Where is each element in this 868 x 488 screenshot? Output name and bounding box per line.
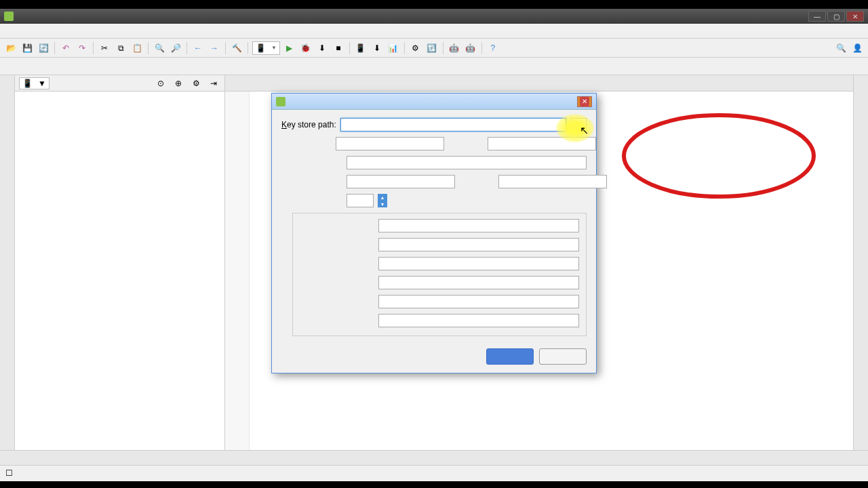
bottom-tool-tabs — [0, 450, 868, 465]
maximize-button[interactable]: ▢ — [827, 11, 845, 22]
android-icon[interactable]: 🤖 — [448, 41, 461, 55]
dialog-titlebar[interactable]: ✕ — [272, 94, 596, 110]
expand-icon[interactable]: ⊕ — [172, 77, 185, 90]
build-icon[interactable]: 🔨 — [230, 41, 243, 55]
dialog-close-button[interactable]: ✕ — [577, 96, 592, 107]
city-input[interactable] — [378, 276, 579, 289]
minimize-button[interactable]: — — [808, 11, 826, 22]
attach-icon[interactable]: ⬇ — [315, 41, 329, 55]
alias-input[interactable] — [347, 156, 587, 169]
spin-down-button[interactable]: ▼ — [378, 201, 387, 207]
main-toolbar: 📂 💾 🔄 ↶ ↷ ✂ ⧉ 📋 🔍 🔎 ← → 🔨 📱 ▼ ▶ 🐞 ⬇ ■ 📱 … — [0, 39, 868, 58]
password-input[interactable] — [336, 137, 444, 150]
window-titlebar: — ▢ ✕ — [0, 9, 868, 24]
back-icon[interactable]: ← — [191, 41, 205, 55]
stop-icon[interactable]: ■ — [332, 41, 345, 55]
ou-input[interactable] — [378, 238, 579, 251]
module-icon: 📱 — [256, 43, 266, 53]
keystore-path-label: Key store path: — [281, 120, 336, 129]
replace-icon[interactable]: 🔎 — [169, 41, 182, 55]
project-view-combo[interactable]: 📱▼ — [19, 77, 50, 89]
menu-bar — [0, 24, 868, 39]
dialog-icon — [276, 97, 285, 106]
help-icon[interactable]: ? — [486, 41, 500, 55]
editor-gutter — [225, 92, 250, 450]
cut-icon[interactable]: ✂ — [98, 41, 111, 55]
new-key-store-dialog: ✕ Key store path: … ▲ ▼ — [271, 93, 597, 373]
browse-button[interactable]: … — [570, 118, 587, 131]
run-config-combo[interactable]: 📱 ▼ — [252, 41, 280, 55]
hide-icon[interactable]: ⇥ — [207, 77, 220, 90]
forward-icon[interactable]: → — [208, 41, 221, 55]
app-icon — [4, 12, 14, 21]
open-icon[interactable]: 📂 — [4, 41, 18, 55]
project-panel: 📱▼ ⊙ ⊕ ⚙ ⇥ — [15, 75, 225, 450]
find-icon[interactable]: 🔍 — [153, 41, 166, 55]
collapse-icon[interactable]: ⊙ — [154, 77, 167, 90]
status-bar: ☐ — [0, 465, 868, 480]
keystore-path-input[interactable] — [340, 118, 566, 131]
sync-icon[interactable]: 🔄 — [37, 41, 50, 55]
cancel-button[interactable] — [539, 348, 587, 365]
structure-icon[interactable]: ⚙ — [409, 41, 422, 55]
key-confirm-input[interactable] — [498, 175, 607, 188]
save-icon[interactable]: 💾 — [20, 41, 34, 55]
undo-icon[interactable]: ↶ — [59, 41, 73, 55]
breadcrumb — [0, 58, 868, 75]
monitor-icon[interactable]: 📊 — [387, 41, 400, 55]
close-window-button[interactable]: ✕ — [846, 11, 864, 22]
copy-icon[interactable]: ⧉ — [114, 41, 127, 55]
key-password-input[interactable] — [347, 175, 455, 188]
confirm-input[interactable] — [488, 137, 596, 150]
ok-button[interactable] — [486, 348, 534, 365]
settings-icon[interactable]: ⚙ — [189, 77, 203, 90]
paste-icon[interactable]: 📋 — [130, 41, 144, 55]
debug-icon[interactable]: 🐞 — [299, 41, 313, 55]
sdk-icon[interactable]: ⬇ — [370, 41, 384, 55]
spin-up-button[interactable]: ▲ — [378, 194, 387, 201]
avd-icon[interactable]: 📱 — [354, 41, 368, 55]
run-icon[interactable]: ▶ — [283, 41, 296, 55]
redo-icon[interactable]: ↷ — [75, 41, 89, 55]
user-icon[interactable]: 👤 — [850, 41, 864, 55]
state-input[interactable] — [378, 295, 579, 308]
country-code-input[interactable] — [378, 314, 579, 327]
org-input[interactable] — [378, 257, 579, 270]
sync-gradle-icon[interactable]: 🔃 — [425, 41, 439, 55]
first-name-input[interactable] — [378, 219, 579, 232]
android-icon-2[interactable]: 🤖 — [464, 41, 477, 55]
validity-input[interactable] — [347, 194, 374, 207]
search-everywhere-icon[interactable]: 🔍 — [834, 41, 848, 55]
